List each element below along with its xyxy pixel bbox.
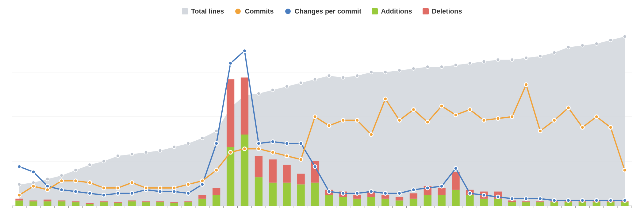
swatch-additions xyxy=(372,8,378,14)
dot-commits xyxy=(581,126,584,129)
dot-changes-per-commit xyxy=(595,199,598,202)
dot-commits xyxy=(482,119,486,122)
chart-legend: Total lines Commits Changes per commit A… xyxy=(0,0,644,18)
dot-commits xyxy=(172,186,176,190)
swatch-total-lines xyxy=(182,8,188,14)
bar-deletions xyxy=(255,156,263,178)
bar-additions xyxy=(550,202,558,206)
dot-commits xyxy=(539,129,542,133)
dot-total-lines xyxy=(581,44,584,47)
bar-deletions xyxy=(72,201,79,202)
dot-commits xyxy=(243,147,247,150)
dot-commits xyxy=(46,188,49,192)
dot-total-lines xyxy=(172,145,176,149)
bar-additions xyxy=(29,201,37,206)
dot-changes-per-commit xyxy=(496,195,500,199)
bar-deletions xyxy=(241,77,248,135)
legend-item-changes-per-commit[interactable]: Changes per commit xyxy=(284,7,362,15)
dot-changes-per-commit xyxy=(510,197,514,201)
dot-commits xyxy=(271,150,274,154)
legend-item-additions[interactable]: Additions xyxy=(372,7,412,15)
bar-additions xyxy=(381,199,389,206)
dot-changes-per-commit xyxy=(468,191,472,195)
dot-commits xyxy=(313,115,317,119)
dot-changes-per-commit xyxy=(412,188,415,192)
dot-changes-per-commit xyxy=(553,199,556,202)
dot-total-lines xyxy=(595,42,598,45)
bar-additions xyxy=(72,202,79,206)
dot-total-lines xyxy=(355,74,359,77)
dot-commits xyxy=(440,104,443,108)
dot-total-lines xyxy=(116,154,120,158)
bar-additions xyxy=(44,201,51,206)
bar-deletions xyxy=(536,201,544,202)
bar-deletions xyxy=(452,172,460,190)
bar-additions xyxy=(128,201,136,206)
dot-commits xyxy=(595,115,598,119)
legend-item-deletions[interactable]: Deletions xyxy=(423,7,462,15)
dot-commits xyxy=(60,179,63,183)
dot-total-lines xyxy=(46,178,49,181)
dot-total-lines xyxy=(567,45,570,49)
dot-changes-per-commit xyxy=(299,142,303,145)
dot-commits xyxy=(215,168,218,172)
bar-deletions xyxy=(438,188,446,195)
bar-deletions xyxy=(44,200,51,201)
bar-additions xyxy=(142,202,150,206)
dot-total-lines xyxy=(32,181,35,184)
bar-additions xyxy=(593,202,600,206)
dot-commits xyxy=(496,117,500,120)
dot-commits xyxy=(426,120,429,124)
dot-changes-per-commit xyxy=(32,170,35,174)
bar-additions xyxy=(58,201,65,206)
bar-deletions xyxy=(227,79,234,147)
bar-additions xyxy=(311,183,319,206)
bar-additions xyxy=(297,184,305,206)
bar-deletions xyxy=(198,195,206,199)
dot-changes-per-commit xyxy=(482,193,486,197)
bar-deletions xyxy=(297,174,305,185)
legend-label: Additions xyxy=(381,7,412,15)
bar-additions xyxy=(536,202,544,206)
legend-item-commits[interactable]: Commits xyxy=(234,7,274,15)
dot-changes-per-commit xyxy=(130,191,134,195)
bar-additions xyxy=(241,135,248,206)
dot-commits xyxy=(186,182,190,186)
dot-changes-per-commit xyxy=(17,165,21,168)
dot-commits xyxy=(412,108,415,111)
dot-commits xyxy=(553,119,556,122)
swatch-changes xyxy=(284,8,292,15)
dot-total-lines xyxy=(88,163,91,166)
dot-commits xyxy=(524,83,528,87)
dot-commits xyxy=(510,115,514,119)
legend-label: Deletions xyxy=(432,7,462,15)
bar-additions xyxy=(269,183,277,206)
dot-changes-per-commit xyxy=(102,193,105,197)
bar-deletions xyxy=(86,203,94,204)
dot-total-lines xyxy=(186,142,190,145)
dot-commits xyxy=(566,106,570,110)
bar-additions xyxy=(508,202,516,206)
bar-additions xyxy=(452,190,460,206)
dot-changes-per-commit xyxy=(229,61,232,65)
bar-deletions xyxy=(522,201,530,202)
bar-deletions xyxy=(100,201,108,202)
dot-total-lines xyxy=(553,51,556,54)
legend-label: Total lines xyxy=(191,7,224,15)
dot-changes-per-commit xyxy=(271,140,274,143)
dot-commits xyxy=(201,179,204,183)
bar-deletions xyxy=(213,188,220,195)
dot-total-lines xyxy=(468,62,472,65)
dot-changes-per-commit xyxy=(539,197,542,201)
dot-commits xyxy=(74,179,78,183)
dot-commits xyxy=(88,181,92,185)
dot-total-lines xyxy=(510,58,514,61)
dot-total-lines xyxy=(130,152,134,156)
dot-changes-per-commit xyxy=(215,142,218,145)
dot-commits xyxy=(355,119,359,122)
dot-commits xyxy=(17,193,21,197)
dot-total-lines xyxy=(215,129,218,133)
dot-commits xyxy=(130,181,134,185)
legend-item-total-lines[interactable]: Total lines xyxy=(182,7,224,15)
bar-additions xyxy=(86,204,94,206)
